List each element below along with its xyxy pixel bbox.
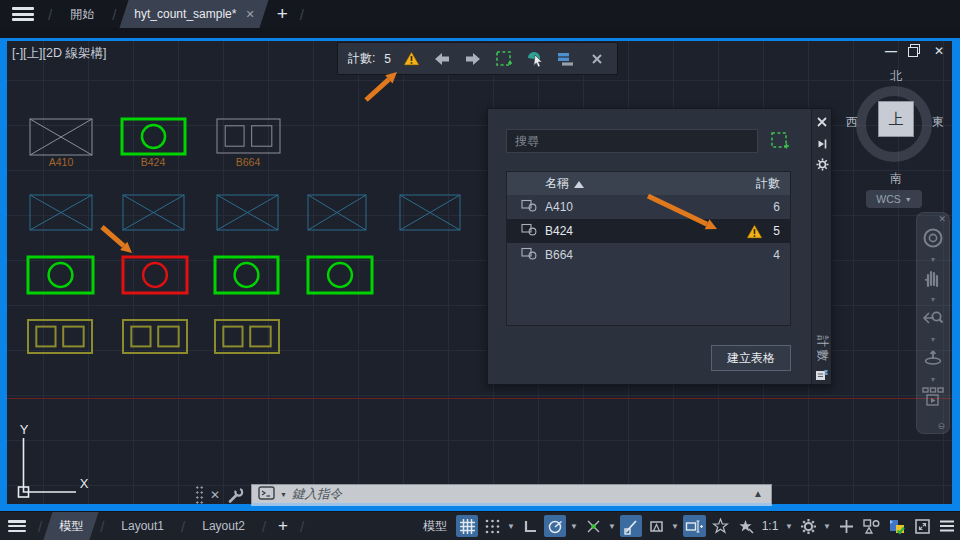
restore-icon[interactable] [908, 44, 922, 55]
new-drawing-button[interactable]: + [269, 1, 296, 27]
next-arrow-icon[interactable] [462, 47, 484, 71]
navbar-close-icon[interactable]: ✕ [938, 214, 946, 224]
viewcube-south[interactable]: 南 [890, 170, 902, 187]
row-name: B424 [545, 224, 573, 238]
scale-icon[interactable]: 1:1 [759, 515, 781, 537]
chevron-down-icon[interactable]: ▼ [784, 522, 794, 531]
search-input[interactable] [506, 129, 758, 153]
close-x-icon[interactable] [586, 47, 608, 71]
tab-drawing[interactable]: hyt_count_sample* ✕ [120, 0, 268, 28]
clean-screen-icon[interactable] [911, 515, 933, 537]
nav-zoom-icon[interactable] [922, 307, 944, 332]
palette-icon [814, 367, 830, 383]
chevron-down-icon[interactable]: ▼ [506, 522, 516, 531]
block-ref-icon [521, 199, 538, 215]
viewcube-east[interactable]: 東 [932, 114, 944, 131]
layout-menu-icon[interactable] [8, 520, 26, 532]
auto-scale-icon[interactable] [734, 515, 756, 537]
pick-icon[interactable] [524, 47, 546, 71]
table-row-A410[interactable]: A410 6 [507, 195, 790, 219]
chevron-down-icon: ▼ [930, 337, 937, 342]
ortho-icon[interactable] [519, 515, 541, 537]
insert-table-icon[interactable] [555, 47, 577, 71]
viewport-window-buttons: — ✕ [884, 44, 946, 58]
wcs-dropdown[interactable]: WCS ▼ [866, 190, 922, 208]
chevron-down-icon: ▼ [930, 297, 937, 302]
block-ref-icon [521, 223, 538, 239]
tab-close-icon[interactable]: ✕ [245, 8, 254, 21]
tab-separator: / [300, 6, 304, 23]
tab-separator: / [181, 518, 185, 535]
column-name[interactable]: 名稱 [545, 175, 584, 192]
app-menu-icon[interactable] [12, 7, 34, 21]
palette-close-icon[interactable] [814, 114, 830, 130]
polar-tracking-icon[interactable] [544, 515, 566, 537]
graphics-performance-icon[interactable] [886, 515, 908, 537]
chevron-down-icon[interactable]: ▼ [280, 491, 287, 498]
table-row-B664[interactable]: B664 4 [507, 243, 790, 267]
select-objects-icon[interactable] [769, 130, 791, 152]
block-label: B664 [236, 156, 261, 168]
viewcube-west[interactable]: 西 [846, 114, 858, 131]
table-header[interactable]: 名稱 計數 [507, 172, 790, 195]
tab-separator: / [100, 518, 104, 535]
count-label: 計數: [348, 50, 375, 67]
create-table-button[interactable]: 建立表格 [711, 345, 791, 371]
viewcube-top-face[interactable]: 上 [878, 101, 914, 137]
warning-icon[interactable] [400, 47, 422, 71]
object-snap-tracking-icon[interactable] [582, 515, 604, 537]
row-count: 6 [773, 200, 780, 214]
chevron-down-icon[interactable]: ▼ [569, 522, 579, 531]
annotation-objects-icon[interactable] [645, 515, 667, 537]
tab-layout2[interactable]: Layout2 [189, 512, 258, 540]
nav-wheel-icon[interactable] [922, 227, 944, 252]
palette-autohide-icon[interactable] [814, 136, 830, 152]
count-palette-body: 名稱 計數 A410 6 B424 5 B664 4 建立表格 [488, 109, 811, 384]
settings-gear-icon[interactable] [797, 515, 819, 537]
palette-properties-icon[interactable] [814, 156, 830, 172]
layout-tabs: / 模型 / Layout1 / Layout2 / + / [0, 512, 308, 540]
wrench-icon[interactable] [227, 487, 244, 504]
nav-orbit-icon[interactable] [922, 347, 944, 372]
x-axis-line [7, 398, 952, 399]
crosshair-plus-icon[interactable] [835, 515, 857, 537]
object-snap-icon[interactable] [620, 515, 642, 537]
chevron-down-icon: ▼ [930, 377, 937, 382]
command-close-icon[interactable]: ✕ [210, 488, 220, 502]
nav-motion-icon[interactable] [922, 387, 944, 410]
status-bar: / 模型 / Layout1 / Layout2 / + / 模型 ▼▼▼▼1:… [0, 512, 960, 540]
close-icon[interactable]: ✕ [932, 44, 946, 58]
isolate-objects-icon[interactable] [860, 515, 883, 537]
tab-separator: / [112, 6, 116, 23]
prev-arrow-icon[interactable] [431, 47, 453, 71]
command-placeholder: 鍵入指令 [292, 486, 342, 503]
navbar-options-icon[interactable]: ⊖ [937, 421, 945, 431]
select-region-icon[interactable] [493, 47, 515, 71]
count-toolbar: 計數: 5 [337, 42, 618, 75]
chevron-down-icon[interactable]: ▼ [670, 522, 680, 531]
table-row-B424[interactable]: B424 5 [507, 219, 790, 243]
block-label: A410 [49, 156, 74, 168]
command-input[interactable]: ▼ 鍵入指令 ▲ [251, 484, 772, 506]
dynamic-input-icon[interactable] [683, 515, 706, 537]
snap-dots-icon[interactable] [481, 515, 503, 537]
minimize-icon[interactable]: — [884, 44, 898, 58]
column-count[interactable]: 計數 [756, 175, 780, 192]
tab-drawing-label: hyt_count_sample* [134, 7, 236, 21]
viewport-controls[interactable]: [-][上][2D 線架構] [12, 45, 106, 62]
viewcube-north[interactable]: 北 [890, 68, 902, 85]
customization-menu-icon[interactable] [936, 515, 958, 537]
grid-icon[interactable] [456, 515, 478, 537]
chevron-down-icon[interactable]: ▼ [822, 522, 832, 531]
tab-layout1[interactable]: Layout1 [108, 512, 177, 540]
new-layout-button[interactable]: + [270, 513, 296, 539]
nav-hand-icon[interactable] [922, 267, 944, 292]
annotation-visibility-icon[interactable] [709, 515, 731, 537]
expand-history-icon[interactable]: ▲ [753, 488, 763, 499]
terminal-icon[interactable] [258, 486, 275, 503]
tab-start[interactable]: 開始 [56, 0, 108, 28]
chevron-down-icon[interactable]: ▼ [607, 522, 617, 531]
tab-model[interactable]: 模型 [46, 512, 96, 540]
count-table: 名稱 計數 A410 6 B424 5 B664 4 [506, 171, 791, 326]
command-drag-handle[interactable] [195, 485, 204, 505]
